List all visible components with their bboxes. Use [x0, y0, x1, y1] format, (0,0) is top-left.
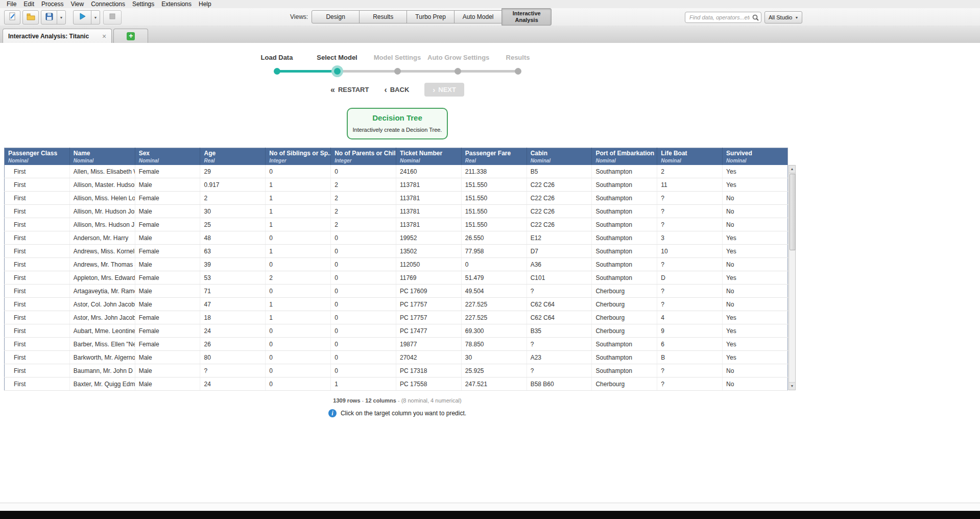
titanic-data-table: Passenger ClassNominalNameNominalSexNomi…	[4, 148, 788, 391]
table-cell: 0.917	[200, 178, 266, 192]
save-button[interactable]	[41, 10, 57, 25]
column-header-name[interactable]: NameNominal	[69, 148, 135, 166]
column-header-cabin[interactable]: CabinNominal	[527, 148, 592, 166]
table-cell: No	[723, 378, 788, 391]
step-label: Results	[488, 54, 548, 64]
chevron-down-icon: ▼	[795, 16, 798, 19]
next-button[interactable]: › NEXT	[424, 83, 464, 97]
column-header-passenger-fare[interactable]: Passenger FareReal	[461, 148, 527, 166]
table-cell: ?	[527, 285, 592, 298]
view-button-turbo-prep[interactable]: Turbo Prep	[407, 10, 455, 23]
table-cell: Cherbourg	[592, 378, 657, 391]
menu-item-connections[interactable]: Connections	[87, 1, 129, 8]
table-cell: C22 C26	[527, 192, 592, 205]
interactive-analysis-panel: Load Data Select Model Model Settings Au…	[0, 43, 980, 503]
table-cell: 0	[266, 165, 331, 178]
table-row: FirstAllison, Mr. Hudson Jos...Male30121…	[5, 205, 788, 218]
decision-tree-card[interactable]: Decision Tree Interactively create a Dec…	[347, 108, 448, 139]
open-button[interactable]	[22, 10, 39, 25]
run-dropdown-button[interactable]: ▼	[91, 10, 100, 25]
back-button[interactable]: ‹ BACK	[384, 86, 409, 93]
tab-close-icon[interactable]: ×	[102, 33, 106, 40]
menu-item-edit[interactable]: Edit	[20, 1, 38, 8]
view-button-interactive-analysis[interactable]: Interactive Analysis	[501, 8, 552, 26]
step-auto-grow-settings: Auto Grow Settings	[427, 54, 488, 75]
table-cell: Allison, Mrs. Hudson J ...	[69, 218, 135, 231]
run-button[interactable]	[73, 10, 91, 25]
table-cell: Female	[135, 245, 200, 258]
menu-item-view[interactable]: View	[67, 1, 87, 8]
table-cell: No	[723, 285, 788, 298]
table-cell: 151.550	[461, 178, 527, 192]
scroll-thumb[interactable]	[790, 174, 796, 250]
table-cell: 0	[331, 245, 396, 258]
scroll-down-button[interactable]: ▼	[789, 382, 795, 390]
table-cell: Female	[135, 218, 200, 231]
table-cell: Southampton	[592, 178, 657, 192]
menu-item-process[interactable]: Process	[38, 1, 67, 8]
table-cell: Yes	[723, 324, 788, 338]
table-cell: Male	[135, 364, 200, 378]
table-cell: A23	[527, 351, 592, 364]
table-cell: 112050	[396, 258, 461, 271]
tab-interactive-analysis-titanic[interactable]: Interactive Analysis: Titanic ×	[3, 29, 112, 43]
tab-title: Interactive Analysis: Titanic	[8, 33, 89, 40]
new-process-button[interactable]	[4, 10, 20, 25]
menu-item-extensions[interactable]: Extensions	[158, 1, 195, 8]
step-label: Select Model	[307, 54, 367, 64]
view-button-results[interactable]: Results	[359, 10, 407, 23]
table-cell: First	[5, 338, 70, 351]
column-header-life-boat[interactable]: Life BoatNominal	[657, 148, 723, 166]
table-cell: Southampton	[592, 258, 657, 271]
restart-button[interactable]: « RESTART	[330, 86, 369, 93]
search-input[interactable]	[685, 12, 761, 23]
views-label: Views:	[290, 13, 308, 20]
column-header-sex[interactable]: SexNominal	[135, 148, 200, 166]
table-cell: Yes	[723, 165, 788, 178]
table-cell: 2	[331, 218, 396, 231]
stop-button[interactable]	[103, 10, 122, 25]
hint-row: i Click on the target column you want to…	[0, 409, 795, 417]
scroll-up-button[interactable]: ▲	[789, 166, 795, 173]
column-header-age[interactable]: AgeReal	[200, 148, 266, 166]
table-cell: Southampton	[592, 351, 657, 364]
search-scope-dropdown[interactable]: All Studio ▼	[764, 11, 802, 23]
table-cell: 0	[331, 298, 396, 311]
table-cell: Allison, Miss. Helen Lor...	[69, 192, 135, 205]
column-header-port-of-embarkation[interactable]: Port of EmbarkationNominal	[592, 148, 657, 166]
column-header-no-of-parents-or-chil[interactable]: No of Parents or Chil...Integer	[331, 148, 396, 166]
table-cell: 6	[657, 338, 723, 351]
table-cell: Southampton	[592, 231, 657, 245]
column-header-ticket-number[interactable]: Ticket NumberNominal	[396, 148, 461, 166]
chevron-right-icon: ›	[433, 87, 435, 93]
menu-item-help[interactable]: Help	[195, 1, 215, 8]
table-cell: 0	[266, 285, 331, 298]
table-cell: Male	[135, 258, 200, 271]
menu-item-file[interactable]: File	[3, 1, 20, 8]
vertical-scrollbar[interactable]: ▲ ▼	[788, 165, 796, 390]
table-cell: Cherbourg	[592, 298, 657, 311]
column-header-no-of-siblings-or-sp[interactable]: No of Siblings or Sp...Integer	[266, 148, 331, 166]
table-cell: Southampton	[592, 271, 657, 285]
table-cell: 0	[331, 165, 396, 178]
step-dot-done	[274, 68, 280, 75]
menu-item-settings[interactable]: Settings	[129, 1, 158, 8]
os-taskbar	[0, 511, 980, 519]
table-row: FirstBaumann, Mr. John DMale?00PC 173182…	[5, 364, 788, 378]
column-header-survived[interactable]: SurvivedNominal	[723, 148, 788, 166]
table-cell: 0	[331, 311, 396, 324]
open-folder-icon	[27, 13, 35, 22]
table-cell: 9	[657, 324, 723, 338]
table-cell: Astor, Mrs. John Jacob (...	[69, 311, 135, 324]
view-button-auto-model[interactable]: Auto Model	[454, 10, 502, 23]
table-row: FirstAstor, Mrs. John Jacob (...Female18…	[5, 311, 788, 324]
view-button-design[interactable]: Design	[312, 10, 360, 23]
column-header-passenger-class[interactable]: Passenger ClassNominal	[5, 148, 70, 166]
double-chevron-left-icon: «	[330, 86, 335, 93]
new-tab-button[interactable]: +	[113, 29, 148, 43]
save-dropdown-button[interactable]: ▼	[57, 10, 66, 25]
table-cell: Female	[135, 271, 200, 285]
table-cell: No	[723, 205, 788, 218]
table-cell: 113781	[396, 218, 461, 231]
step-dot-pending	[394, 68, 401, 75]
